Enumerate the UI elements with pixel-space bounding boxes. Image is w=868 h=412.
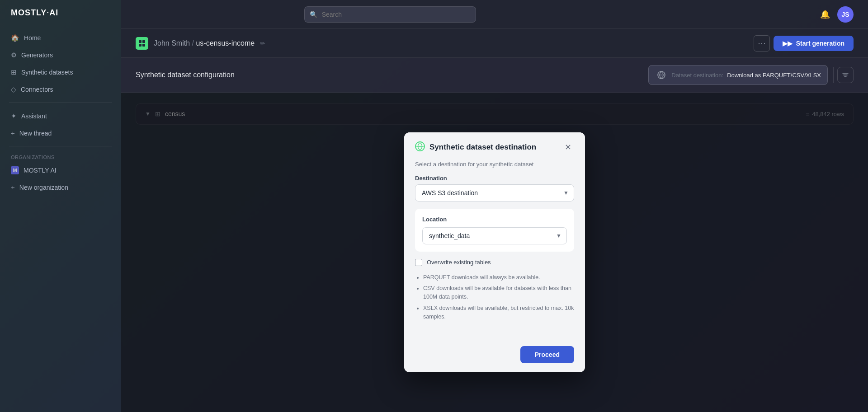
modal-footer: Proceed — [404, 339, 585, 372]
sidebar-item-new-org[interactable]: + New organization — [0, 179, 121, 196]
sidebar-item-connectors-label: Connectors — [21, 86, 53, 93]
modal: Synthetic dataset destination ✕ Select a… — [404, 132, 585, 373]
synthetic-datasets-icon: ⊞ — [11, 68, 17, 76]
modal-close-button[interactable]: ✕ — [562, 141, 574, 153]
destination-form-label: Destination — [415, 175, 574, 182]
modal-header: Synthetic dataset destination ✕ — [404, 132, 585, 161]
project-icon — [136, 37, 148, 50]
sidebar-item-assistant-label: Assistant — [21, 112, 47, 120]
overwrite-checkbox[interactable] — [415, 259, 422, 266]
svg-rect-1 — [142, 40, 145, 43]
search-icon: 🔍 — [310, 11, 317, 18]
main-content: 🔍 🔔 JS John Smith / us-census-income ✏ ⋯ — [121, 0, 868, 412]
sidebar-item-generators-label: Generators — [21, 52, 53, 59]
start-gen-icon: ▶▶ — [783, 40, 793, 47]
location-select[interactable]: synthetic_data — [422, 227, 567, 244]
topbar: 🔍 🔔 JS — [121, 0, 868, 29]
bell-icon[interactable]: 🔔 — [820, 9, 830, 19]
modal-overlay: Synthetic dataset destination ✕ Select a… — [121, 93, 868, 412]
destination-badge-icon — [655, 69, 668, 81]
more-options-button[interactable]: ⋯ — [754, 35, 770, 52]
modal-title-icon — [415, 141, 425, 154]
info-list: PARQUET downloads will always be availab… — [415, 273, 574, 321]
sidebar-item-new-org-label: New organization — [19, 184, 68, 191]
sidebar: MOSTLY·AI 🏠 Home ⚙ Generators ⊞ Syntheti… — [0, 0, 121, 412]
sub-header: Synthetic dataset configuration Dataset … — [121, 58, 868, 93]
sidebar-item-connectors[interactable]: ◇ Connectors — [0, 81, 121, 98]
search-input[interactable] — [304, 6, 476, 23]
modal-title-wrap: Synthetic dataset destination — [415, 141, 536, 154]
sidebar-item-home-label: Home — [24, 34, 41, 42]
topbar-right: 🔔 JS — [820, 6, 854, 23]
logo: MOSTLY·AI — [0, 0, 121, 26]
sidebar-item-assistant[interactable]: ✦ Assistant — [0, 108, 121, 125]
sidebar-item-mostly-ai[interactable]: M MOSTLY AI — [0, 162, 121, 179]
destination-value: Download as PARQUET/CSV/XLSX — [727, 72, 821, 79]
breadcrumb: John Smith / us-census-income — [154, 39, 255, 47]
generators-icon: ⚙ — [11, 51, 17, 59]
overwrite-checkbox-label: Overwrite existing tables — [427, 259, 491, 266]
breadcrumb-sep: / — [192, 39, 194, 47]
badge-separator — [833, 67, 834, 83]
destination-form-group: Destination AWS S3 destination ▼ — [415, 175, 574, 201]
edit-icon[interactable]: ✏ — [260, 40, 265, 47]
sidebar-item-synthetic-datasets[interactable]: ⊞ Synthetic datasets — [0, 64, 121, 81]
avatar[interactable]: JS — [837, 6, 854, 23]
modal-title: Synthetic dataset destination — [429, 143, 536, 152]
destination-label: Dataset destination: — [671, 72, 723, 79]
sidebar-divider-2 — [9, 146, 112, 146]
destination-select-wrapper: AWS S3 destination ▼ — [415, 184, 574, 201]
svg-rect-0 — [139, 40, 142, 43]
search-bar: 🔍 — [304, 6, 476, 23]
breadcrumb-project: us-census-income — [196, 39, 255, 47]
connectors-icon: ◇ — [11, 85, 16, 94]
sub-header-title: Synthetic dataset configuration — [136, 71, 235, 79]
sidebar-item-generators[interactable]: ⚙ Generators — [0, 47, 121, 64]
badge-action-button[interactable] — [837, 67, 854, 83]
svg-rect-3 — [142, 44, 145, 47]
proceed-button[interactable]: Proceed — [520, 346, 574, 363]
modal-body: Select a destination for your synthetic … — [404, 161, 585, 339]
org-icon: M — [11, 166, 19, 174]
svg-rect-2 — [139, 44, 142, 47]
checkbox-row: Overwrite existing tables — [415, 259, 574, 266]
sidebar-item-new-thread-label: New thread — [19, 130, 52, 137]
sidebar-item-new-thread[interactable]: + New thread — [0, 125, 121, 141]
sidebar-item-home[interactable]: 🏠 Home — [0, 29, 121, 47]
new-thread-icon: + — [11, 129, 15, 137]
modal-subtitle: Select a destination for your synthetic … — [415, 161, 574, 168]
home-icon: 🏠 — [11, 34, 19, 42]
dataset-destination-badge[interactable]: Dataset destination: Download as PARQUET… — [648, 65, 828, 85]
content-area: ▼ ⊞ census ≡ 48,842 rows — [121, 93, 868, 412]
organizations-section-title: Organizations — [0, 151, 121, 162]
sidebar-item-synthetic-datasets-label: Synthetic datasets — [21, 69, 73, 76]
new-org-icon: + — [11, 183, 15, 191]
sidebar-divider — [9, 103, 112, 103]
start-generation-button[interactable]: ▶▶ Start generation — [774, 36, 854, 51]
assistant-icon: ✦ — [11, 112, 17, 120]
page-header: John Smith / us-census-income ✏ ⋯ ▶▶ Sta… — [121, 29, 868, 58]
info-item-2: CSV downloads will be available for data… — [423, 284, 574, 301]
info-item-3: XSLX downloads will be available, but re… — [423, 304, 574, 321]
destination-select[interactable]: AWS S3 destination — [415, 184, 574, 201]
start-gen-label: Start generation — [796, 40, 844, 47]
location-box: Location synthetic_data ▼ — [415, 209, 574, 252]
page-header-actions: ⋯ ▶▶ Start generation — [754, 35, 854, 52]
sidebar-item-mostly-ai-label: MOSTLY AI — [24, 167, 57, 174]
info-item-1: PARQUET downloads will always be availab… — [423, 273, 574, 282]
location-label: Location — [422, 216, 567, 223]
sidebar-nav: 🏠 Home ⚙ Generators ⊞ Synthetic datasets… — [0, 26, 121, 412]
app-container: MOSTLY·AI 🏠 Home ⚙ Generators ⊞ Syntheti… — [0, 0, 868, 412]
location-select-wrapper: synthetic_data ▼ — [422, 227, 567, 244]
breadcrumb-user: John Smith — [154, 39, 190, 47]
logo-text: MOSTLY·AI — [11, 8, 58, 18]
